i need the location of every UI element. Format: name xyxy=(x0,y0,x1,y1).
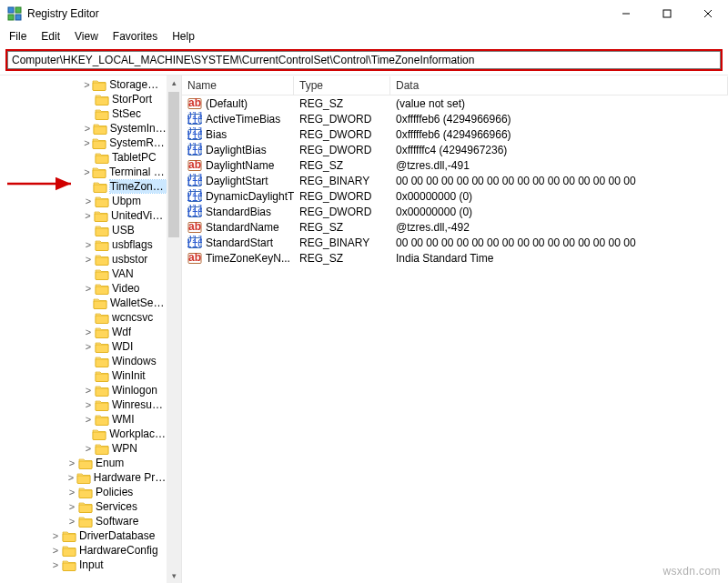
maximize-button[interactable] xyxy=(646,0,687,27)
tree-item-label: StorageManag xyxy=(109,78,167,91)
tree-item[interactable]: >Video xyxy=(0,281,167,296)
tree-scrollbar[interactable]: ▴ ▾ xyxy=(167,75,181,583)
tree-item[interactable]: >SystemResour xyxy=(0,136,167,150)
menu-view[interactable]: View xyxy=(69,28,104,45)
tree-item[interactable]: >Services xyxy=(0,499,167,514)
expander-icon[interactable]: > xyxy=(82,239,95,250)
tree-item[interactable]: >Winresume xyxy=(0,397,167,412)
value-row[interactable]: 011110DaylightBiasREG_DWORD0xffffffc4 (4… xyxy=(182,142,728,157)
folder-icon xyxy=(95,370,109,382)
tree-pane[interactable]: >StorageManagStorPortStSec>SystemInform>… xyxy=(0,75,182,583)
value-row[interactable]: ab(Default)REG_SZ(value not set) xyxy=(182,95,728,111)
tree-item[interactable]: >usbstor xyxy=(0,252,167,266)
scroll-thumb[interactable] xyxy=(168,92,179,237)
expander-icon[interactable]: > xyxy=(49,530,62,541)
tree-item[interactable]: >WMI xyxy=(0,412,167,427)
expander-icon[interactable]: > xyxy=(82,341,95,352)
folder-icon xyxy=(62,530,76,542)
menu-help[interactable]: Help xyxy=(167,28,200,45)
value-type: REG_DWORD xyxy=(294,113,390,126)
close-button[interactable] xyxy=(687,0,728,27)
value-row[interactable]: abTimeZoneKeyN...REG_SZIndia Standard Ti… xyxy=(182,250,728,266)
value-row[interactable]: 011110ActiveTimeBiasREG_DWORD0xfffffeb6 … xyxy=(182,111,728,126)
expander-icon[interactable]: > xyxy=(66,487,78,498)
value-row[interactable]: 011110StandardBiasREG_DWORD0x00000000 (0… xyxy=(182,204,728,219)
window-controls xyxy=(605,0,728,27)
tree-item[interactable]: WalletService xyxy=(0,296,167,310)
column-type[interactable]: Type xyxy=(294,76,390,95)
tree-item[interactable]: >Wdf xyxy=(0,325,167,339)
expander-icon[interactable]: > xyxy=(82,399,95,410)
column-name[interactable]: Name xyxy=(182,76,294,95)
expander-icon[interactable]: > xyxy=(82,385,95,396)
expander-icon[interactable]: > xyxy=(82,137,92,148)
expander-icon[interactable]: > xyxy=(82,414,95,425)
tree-item-label: DriverDatabase xyxy=(79,529,155,542)
tree-item[interactable]: >Winlogon xyxy=(0,383,167,397)
tree-item[interactable]: >Enum xyxy=(0,456,167,470)
value-row[interactable]: abDaylightNameREG_SZ@tzres.dll,-491 xyxy=(182,157,728,173)
tree-item[interactable]: >usbflags xyxy=(0,237,167,252)
tree-item[interactable]: >DriverDatabase xyxy=(0,528,167,543)
value-data: India Standard Time xyxy=(390,252,728,265)
value-data: 00 00 00 00 00 00 00 00 00 00 00 00 00 0… xyxy=(390,236,728,249)
value-row[interactable]: 011110DynamicDaylightT...REG_DWORD0x0000… xyxy=(182,188,728,204)
tree-item[interactable]: >UnitedVideo xyxy=(0,208,167,223)
tree-item[interactable]: TimeZoneInfo xyxy=(0,179,167,194)
tree-item[interactable]: USB xyxy=(0,223,167,237)
tree-item[interactable]: >Input xyxy=(0,558,167,572)
expander-icon[interactable]: > xyxy=(66,472,76,483)
tree-item[interactable]: >Policies xyxy=(0,485,167,499)
tree-item[interactable]: >WDI xyxy=(0,339,167,354)
binary-value-icon: 011110 xyxy=(187,127,202,142)
expander-icon[interactable]: > xyxy=(82,254,95,265)
tree-item[interactable]: Windows xyxy=(0,354,167,368)
value-row[interactable]: abStandardNameREG_SZ@tzres.dll,-492 xyxy=(182,219,728,235)
expander-icon[interactable]: > xyxy=(82,327,95,337)
tree-item[interactable]: VAN xyxy=(0,266,167,281)
scroll-up-icon[interactable]: ▴ xyxy=(167,75,181,90)
folder-icon xyxy=(94,210,108,222)
expander-icon[interactable]: > xyxy=(82,196,95,206)
column-data[interactable]: Data xyxy=(390,76,728,95)
expander-icon[interactable]: > xyxy=(82,166,92,177)
tree-item-label: Winlogon xyxy=(112,384,157,397)
menu-file[interactable]: File xyxy=(4,28,32,45)
expander-icon[interactable]: > xyxy=(66,457,78,468)
minimize-button[interactable] xyxy=(605,0,646,27)
expander-icon[interactable]: > xyxy=(82,123,93,134)
value-row[interactable]: 011110DaylightStartREG_BINARY00 00 00 00… xyxy=(182,173,728,188)
tree-item[interactable]: >SystemInform xyxy=(0,121,167,136)
tree-item[interactable]: wcncsvc xyxy=(0,310,167,325)
address-input[interactable] xyxy=(7,51,721,69)
tree-item-label: usbstor xyxy=(112,253,147,266)
value-row[interactable]: 011110StandardStartREG_BINARY00 00 00 00… xyxy=(182,235,728,250)
expander-icon[interactable]: > xyxy=(66,501,78,512)
tree-item[interactable]: >Terminal Serve xyxy=(0,165,167,179)
folder-icon xyxy=(95,414,109,426)
tree-item[interactable]: >StorageManag xyxy=(0,77,167,92)
expander-icon[interactable]: > xyxy=(49,559,62,570)
expander-icon[interactable]: > xyxy=(49,545,62,556)
tree-item[interactable]: TabletPC xyxy=(0,150,167,165)
expander-icon[interactable]: > xyxy=(82,210,94,221)
expander-icon[interactable]: > xyxy=(66,516,78,527)
scroll-down-icon[interactable]: ▾ xyxy=(167,568,181,583)
expander-icon[interactable]: > xyxy=(82,283,95,294)
expander-icon[interactable]: > xyxy=(82,443,95,454)
value-name: (Default) xyxy=(206,97,248,110)
tree-item[interactable]: >Ubpm xyxy=(0,194,167,208)
menu-favorites[interactable]: Favorites xyxy=(107,28,163,45)
value-row[interactable]: 011110BiasREG_DWORD0xfffffeb6 (429496696… xyxy=(182,126,728,142)
values-header[interactable]: Name Type Data xyxy=(182,75,728,95)
tree-item[interactable]: >Hardware Profiles xyxy=(0,470,167,485)
tree-item[interactable]: >HardwareConfig xyxy=(0,543,167,558)
expander-icon[interactable]: > xyxy=(82,79,92,90)
tree-item[interactable]: WorkplaceJoin xyxy=(0,427,167,441)
tree-item[interactable]: >WPN xyxy=(0,441,167,456)
tree-item[interactable]: StorPort xyxy=(0,92,167,106)
menu-edit[interactable]: Edit xyxy=(35,28,66,45)
tree-item[interactable]: >Software xyxy=(0,514,167,528)
tree-item[interactable]: StSec xyxy=(0,106,167,121)
tree-item[interactable]: WinInit xyxy=(0,368,167,383)
